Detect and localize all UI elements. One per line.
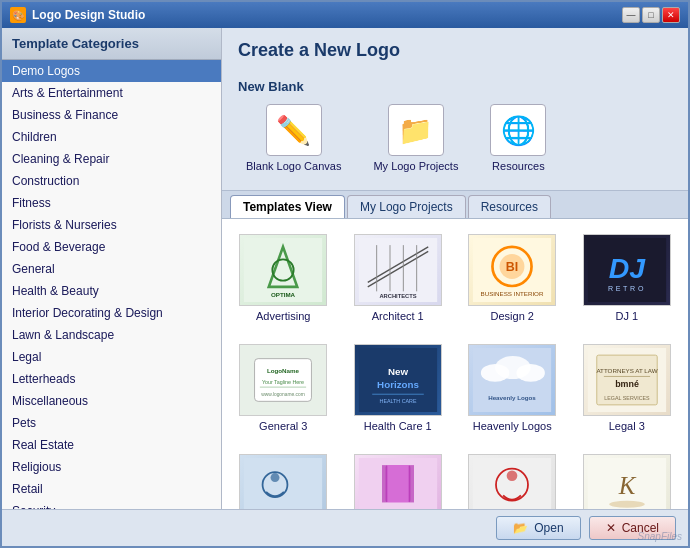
- template-thumbnail: OPTIMA: [239, 234, 327, 306]
- minimize-button[interactable]: —: [622, 7, 640, 23]
- category-item[interactable]: General: [2, 258, 221, 280]
- svg-text:Horizons: Horizons: [377, 379, 419, 390]
- svg-text:bmné: bmné: [615, 379, 639, 389]
- svg-text:DJ: DJ: [609, 252, 647, 284]
- tab[interactable]: My Logo Projects: [347, 195, 466, 218]
- category-item[interactable]: Food & Beverage: [2, 236, 221, 258]
- svg-text:ARCHITECTS: ARCHITECTS: [379, 293, 416, 299]
- template-item[interactable]: Peer Mentoring Mentoring: [230, 447, 337, 509]
- templates-grid: OPTIMA Advertising ARCHITECTS Architect …: [230, 227, 680, 509]
- template-thumbnail: BI BUSINESS INTERIOR: [468, 234, 556, 306]
- svg-point-57: [609, 501, 645, 508]
- blank-icon-item[interactable]: 🌐Resources: [482, 98, 554, 178]
- template-label: Advertising: [256, 310, 310, 322]
- blank-icon-item[interactable]: ✏️Blank Logo Canvas: [238, 98, 349, 178]
- right-panel: Create a New Logo New Blank ✏️Blank Logo…: [222, 28, 688, 509]
- category-item[interactable]: Real Estate: [2, 434, 221, 456]
- open-icon: 📂: [513, 521, 528, 535]
- categories-header: Template Categories: [2, 28, 221, 60]
- template-thumbnail: PERSONAL TRAINING: [468, 454, 556, 509]
- svg-text:Heavenly Logos: Heavenly Logos: [488, 394, 536, 401]
- svg-rect-47: [385, 465, 410, 502]
- close-button[interactable]: ✕: [662, 7, 680, 23]
- template-item[interactable]: LogoName Your Tagline Here www.logoname.…: [230, 337, 337, 439]
- blank-icon-label: Blank Logo Canvas: [246, 160, 341, 172]
- svg-rect-48: [382, 465, 387, 502]
- page-title: Create a New Logo: [238, 40, 672, 61]
- category-item[interactable]: Construction: [2, 170, 221, 192]
- category-item[interactable]: Miscellaneous: [2, 390, 221, 412]
- svg-text:LogoName: LogoName: [267, 367, 300, 374]
- template-thumbnail: New Horizons HEALTH CARE: [354, 344, 442, 416]
- tab[interactable]: Templates View: [230, 195, 345, 218]
- category-item[interactable]: Interior Decorating & Design: [2, 302, 221, 324]
- category-item[interactable]: Business & Finance: [2, 104, 221, 126]
- template-thumbnail: Heavenly Logos: [468, 344, 556, 416]
- svg-point-53: [507, 470, 518, 481]
- template-thumbnail: K Kennels & Cattery: [583, 454, 671, 509]
- maximize-button[interactable]: □: [642, 7, 660, 23]
- template-item[interactable]: New Horizons HEALTH CARE Health Care 1: [345, 337, 452, 439]
- svg-text:RETRO: RETRO: [608, 285, 646, 293]
- blank-icon-box: 🌐: [490, 104, 546, 156]
- cancel-icon: ✕: [606, 521, 616, 535]
- tab[interactable]: Resources: [468, 195, 551, 218]
- svg-rect-49: [408, 465, 413, 502]
- template-item[interactable]: ARCHITECTS Architect 1: [345, 227, 452, 329]
- svg-text:BI: BI: [506, 260, 518, 274]
- category-item[interactable]: Cleaning & Repair: [2, 148, 221, 170]
- category-item[interactable]: Health & Beauty: [2, 280, 221, 302]
- svg-rect-4: [359, 238, 437, 302]
- category-item[interactable]: Pets: [2, 412, 221, 434]
- open-button[interactable]: 📂 Open: [496, 516, 580, 540]
- template-item[interactable]: ATTORNEYS AT LAW bmné LEGAL SERVICES Leg…: [574, 337, 681, 439]
- category-item[interactable]: Religious: [2, 456, 221, 478]
- category-item[interactable]: Letterheads: [2, 368, 221, 390]
- category-list: Demo LogosArts & EntertainmentBusiness &…: [2, 60, 221, 509]
- category-item[interactable]: Fitness: [2, 192, 221, 214]
- blank-icon-label: Resources: [492, 160, 545, 172]
- template-item[interactable]: K Kennels & Cattery Pet 2: [574, 447, 681, 509]
- svg-text:ATTORNEYS AT LAW: ATTORNEYS AT LAW: [596, 367, 657, 374]
- template-item[interactable]: Heavenly Logos Heavenly Logos: [459, 337, 566, 439]
- category-item[interactable]: Lawn & Landscape: [2, 324, 221, 346]
- svg-text:Your Tagline Here: Your Tagline Here: [262, 379, 304, 385]
- template-item[interactable]: Perennial Church Perennial Church: [345, 447, 452, 509]
- category-item[interactable]: Arts & Entertainment: [2, 82, 221, 104]
- left-panel: Template Categories Demo LogosArts & Ent…: [2, 28, 222, 509]
- template-item[interactable]: BI BUSINESS INTERIOR Design 2: [459, 227, 566, 329]
- new-blank-icons: ✏️Blank Logo Canvas📁My Logo Projects🌐Res…: [238, 98, 672, 178]
- template-thumbnail: ATTORNEYS AT LAW bmné LEGAL SERVICES: [583, 344, 671, 416]
- category-item[interactable]: Florists & Nurseries: [2, 214, 221, 236]
- new-blank-section: New Blank ✏️Blank Logo Canvas📁My Logo Pr…: [222, 67, 688, 191]
- window-title: Logo Design Studio: [32, 8, 145, 22]
- category-item[interactable]: Demo Logos: [2, 60, 221, 82]
- category-item[interactable]: Legal: [2, 346, 221, 368]
- template-thumbnail: ARCHITECTS: [354, 234, 442, 306]
- svg-text:OPTIMA: OPTIMA: [271, 291, 296, 298]
- bottom-bar: 📂 Open ✕ Cancel: [2, 509, 688, 546]
- templates-area: OPTIMA Advertising ARCHITECTS Architect …: [222, 219, 688, 509]
- template-thumbnail: Peer Mentoring: [239, 454, 327, 509]
- category-item[interactable]: Children: [2, 126, 221, 148]
- open-label: Open: [534, 521, 563, 535]
- blank-icon-item[interactable]: 📁My Logo Projects: [365, 98, 466, 178]
- category-item[interactable]: Security: [2, 500, 221, 509]
- title-bar-left: 🎨 Logo Design Studio: [10, 7, 145, 23]
- svg-text:New: New: [388, 366, 408, 377]
- template-label: Legal 3: [609, 420, 645, 432]
- template-item[interactable]: PERSONAL TRAINING Personal Training 1: [459, 447, 566, 509]
- template-thumbnail: Perennial Church: [354, 454, 442, 509]
- template-label: Health Care 1: [364, 420, 432, 432]
- content-area: Template Categories Demo LogosArts & Ent…: [2, 28, 688, 509]
- category-item[interactable]: Retail: [2, 478, 221, 500]
- template-item[interactable]: OPTIMA Advertising: [230, 227, 337, 329]
- tabs-row: Templates ViewMy Logo ProjectsResources: [222, 191, 688, 219]
- template-label: General 3: [259, 420, 307, 432]
- template-thumbnail: LogoName Your Tagline Here www.logoname.…: [239, 344, 327, 416]
- template-thumbnail: DJ RETRO: [583, 234, 671, 306]
- template-label: Design 2: [491, 310, 534, 322]
- svg-rect-42: [244, 458, 322, 509]
- app-icon: 🎨: [10, 7, 26, 23]
- template-item[interactable]: DJ RETRO DJ 1: [574, 227, 681, 329]
